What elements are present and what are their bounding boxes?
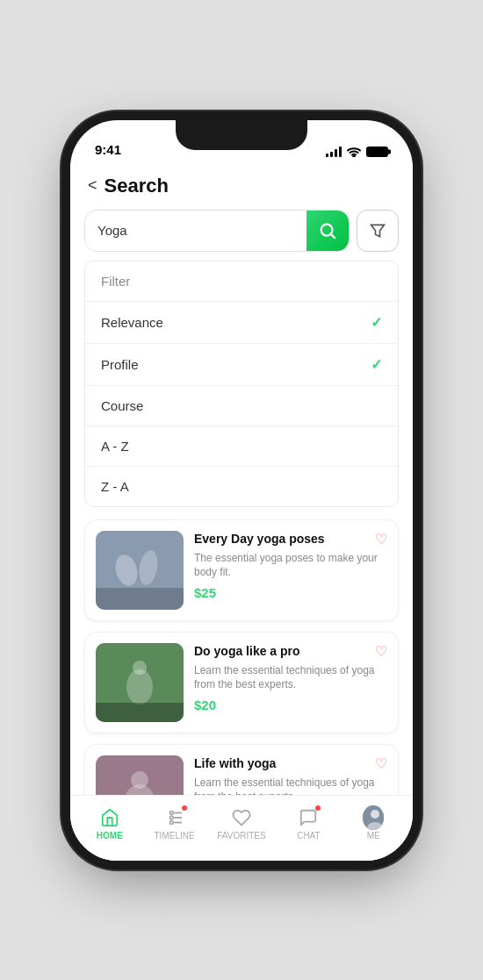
yoga-image-2 <box>96 643 184 722</box>
chat-icon <box>298 807 319 828</box>
svg-point-18 <box>169 820 173 824</box>
svg-point-0 <box>353 155 355 156</box>
me-nav-label: ME <box>367 831 380 841</box>
nav-chat[interactable]: CHAT <box>286 807 330 841</box>
course-desc-2: Learn the essential techniques of yoga f… <box>194 663 387 693</box>
search-input-wrapper <box>84 210 350 252</box>
card-header-3: Life with yoga ♡ <box>194 755 387 772</box>
favorites-icon <box>231 807 252 828</box>
search-bar-row <box>70 204 413 261</box>
search-icon <box>318 221 337 240</box>
svg-marker-3 <box>371 225 385 236</box>
course-desc-1: The essential yoga poses to make your bo… <box>194 551 387 581</box>
filter-button[interactable] <box>357 210 399 252</box>
filter-az-label: A - Z <box>101 439 129 454</box>
course-title-2: Do yoga like a pro <box>194 643 368 659</box>
filter-course-label: Course <box>101 398 143 413</box>
signal-icon <box>326 147 342 157</box>
timeline-icon <box>164 807 185 828</box>
phone-notch <box>176 120 307 150</box>
timeline-notification-dot <box>182 805 187 811</box>
course-price-2: $20 <box>194 697 387 712</box>
nav-me[interactable]: ME <box>351 807 395 841</box>
phone-frame: 9:41 <box>70 120 413 861</box>
favorites-nav-label: FAVORITES <box>217 831 265 841</box>
card-header-2: Do yoga like a pro ♡ <box>194 643 387 660</box>
back-button[interactable]: < <box>88 176 97 195</box>
page-title: Search <box>105 175 169 197</box>
heart-icon-1[interactable]: ♡ <box>375 531 387 547</box>
svg-point-14 <box>131 771 148 789</box>
status-icons <box>326 147 388 157</box>
wifi-icon <box>347 147 361 157</box>
filter-item-relevance[interactable]: Relevance ✓ <box>85 302 398 344</box>
search-button[interactable] <box>306 210 349 252</box>
relevance-check-icon: ✓ <box>371 314 382 331</box>
yoga-image-1 <box>96 531 184 610</box>
nav-favorites[interactable]: FAVORITES <box>217 807 265 841</box>
home-nav-label: HOME <box>97 831 123 841</box>
filter-za-label: Z - A <box>101 479 129 494</box>
filter-item-course[interactable]: Course <box>85 386 398 426</box>
home-icon <box>99 807 120 828</box>
filter-dropdown: Filter Relevance ✓ Profile ✓ Course A - … <box>84 261 399 507</box>
heart-icon-3[interactable]: ♡ <box>375 755 387 772</box>
svg-point-16 <box>169 811 173 814</box>
course-image-2 <box>96 643 184 722</box>
filter-item-profile[interactable]: Profile ✓ <box>85 344 398 386</box>
chat-notification-dot <box>315 805 321 811</box>
svg-point-23 <box>371 810 379 819</box>
header: < Search <box>70 164 413 204</box>
filter-relevance-label: Relevance <box>101 315 163 330</box>
profile-check-icon: ✓ <box>371 356 382 373</box>
course-card-1[interactable]: Every Day yoga poses ♡ The essential yog… <box>84 519 399 621</box>
phone-wrapper: 9:41 <box>0 0 483 980</box>
course-image-1 <box>96 531 184 610</box>
course-title-3: Life with yoga <box>194 755 368 771</box>
svg-point-17 <box>169 816 173 819</box>
nav-timeline[interactable]: TIMELINE <box>153 807 197 841</box>
battery-icon <box>366 147 388 157</box>
svg-rect-7 <box>96 588 184 610</box>
status-time: 9:41 <box>95 142 121 157</box>
svg-point-10 <box>133 661 147 675</box>
nav-home[interactable]: HOME <box>88 807 132 841</box>
screen: < Search <box>70 164 413 861</box>
course-title-1: Every Day yoga poses <box>194 531 368 547</box>
bottom-nav: HOME TIMELINE <box>70 795 413 861</box>
heart-icon-2[interactable]: ♡ <box>375 643 387 660</box>
search-input[interactable] <box>85 223 306 238</box>
filter-profile-label: Profile <box>101 357 139 372</box>
filter-header-label: Filter <box>101 274 130 289</box>
avatar <box>363 805 384 830</box>
filter-item-az[interactable]: A - Z <box>85 426 398 467</box>
filter-item-za[interactable]: Z - A <box>85 467 398 506</box>
filter-icon <box>369 222 386 240</box>
course-price-1: $25 <box>194 585 387 600</box>
me-icon <box>363 807 384 828</box>
course-card-2[interactable]: Do yoga like a pro ♡ Learn the essential… <box>84 632 399 733</box>
chat-nav-label: CHAT <box>297 831 320 841</box>
timeline-nav-label: TIMELINE <box>155 831 195 841</box>
course-content-1: Every Day yoga poses ♡ The essential yog… <box>194 531 387 601</box>
course-content-2: Do yoga like a pro ♡ Learn the essential… <box>194 643 387 713</box>
filter-header-item: Filter <box>85 261 398 302</box>
svg-rect-11 <box>96 703 184 722</box>
svg-line-2 <box>331 234 335 238</box>
card-header-1: Every Day yoga poses ♡ <box>194 531 387 547</box>
